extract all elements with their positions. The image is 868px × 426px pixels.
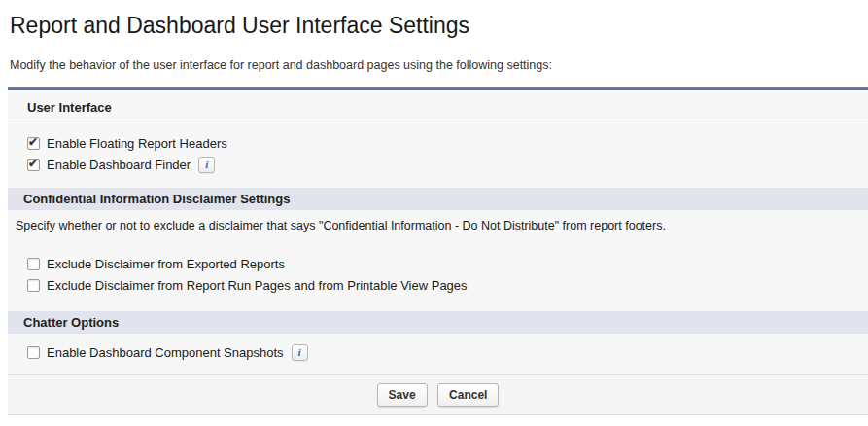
section-chatter-options: Enable Dashboard Component Snapshots i (8, 334, 868, 374)
section-disclaimer: Specify whether or not to exclude a disc… (8, 219, 868, 311)
row-enable-dashboard-finder[interactable]: Enable Dashboard Finder i (8, 154, 868, 175)
row-exclude-disclaimer-exported[interactable]: Exclude Disclaimer from Exported Reports (8, 253, 868, 274)
checkbox-label: Enable Floating Report Headers (47, 136, 227, 151)
row-enable-floating-report-headers[interactable]: Enable Floating Report Headers (8, 132, 868, 154)
section-user-interface: Enable Floating Report Headers Enable Da… (8, 124, 868, 188)
checkbox-label: Enable Dashboard Finder (47, 158, 191, 172)
disclaimer-description: Specify whether or not to exclude a disc… (16, 219, 868, 232)
page-description: Modify the behavior of the user interfac… (10, 58, 868, 72)
section-header-disclaimer: Confidential Information Disclaimer Sett… (8, 188, 868, 210)
checkbox-label: Enable Dashboard Component Snapshots (47, 345, 284, 360)
enable-dashboard-finder-checkbox[interactable] (27, 159, 40, 171)
info-icon[interactable]: i (198, 157, 215, 173)
row-enable-dashboard-component-snapshots[interactable]: Enable Dashboard Component Snapshots i (8, 341, 868, 363)
info-icon[interactable]: i (292, 344, 308, 361)
section-header-user-interface: User Interface (8, 90, 868, 124)
row-exclude-disclaimer-run-pages[interactable]: Exclude Disclaimer from Report Run Pages… (8, 274, 868, 296)
checkbox-label: Exclude Disclaimer from Report Run Pages… (47, 278, 468, 293)
section-header-chatter-options: Chatter Options (8, 311, 868, 334)
exclude-disclaimer-run-pages-checkbox[interactable] (27, 279, 40, 292)
exclude-disclaimer-exported-reports-checkbox[interactable] (27, 258, 40, 270)
cancel-button[interactable]: Cancel (437, 383, 499, 407)
enable-floating-report-headers-checkbox[interactable] (27, 137, 40, 150)
settings-panel: User Interface Enable Floating Report He… (8, 87, 868, 415)
save-button[interactable]: Save (377, 383, 428, 407)
panel-footer: Save Cancel (8, 374, 868, 414)
enable-dashboard-component-snapshots-checkbox[interactable] (27, 346, 40, 359)
checkbox-label: Exclude Disclaimer from Exported Reports (47, 257, 285, 271)
page-title: Report and Dashboard User Interface Sett… (10, 13, 868, 39)
